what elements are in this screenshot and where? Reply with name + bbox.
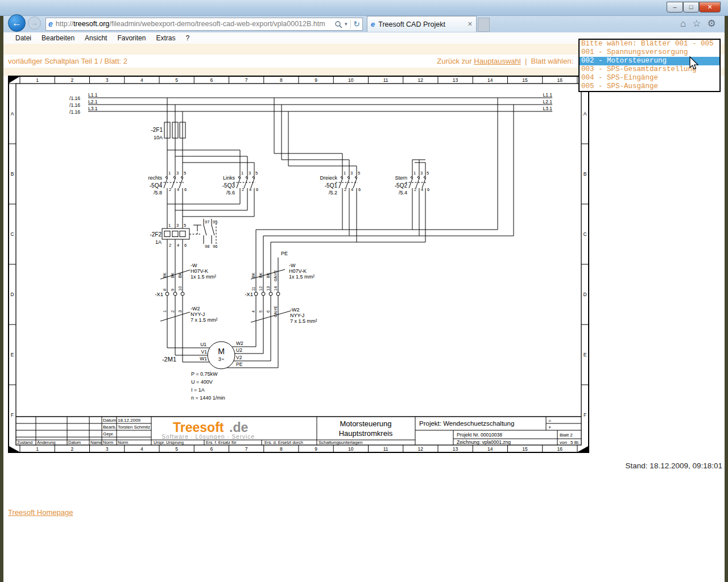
url-path: /fileadmin/webexport-demo/treesoft-cad-w… xyxy=(109,18,325,30)
ruler-column: 5 xyxy=(175,77,178,83)
contact-number: 1 xyxy=(168,171,171,176)
contact-number: 4 xyxy=(351,187,353,192)
phase-label: L2.1 xyxy=(543,99,552,105)
menu-item-ansicht[interactable]: Ansicht xyxy=(80,34,112,42)
tb-bottom-label: Norm xyxy=(103,440,113,445)
contact-number: 5 xyxy=(358,171,360,176)
f2-rating: 1A xyxy=(155,239,162,245)
motor-terminal: W2 xyxy=(236,340,243,346)
hauptauswahl-link[interactable]: Hauptauswahl xyxy=(474,57,520,65)
contact-number: 5 xyxy=(255,171,258,176)
ruler-column: 7 xyxy=(245,446,248,452)
menu-item-bearbeiten[interactable]: Bearbeiten xyxy=(36,34,80,42)
menu-item-datei[interactable]: Datei xyxy=(10,34,36,42)
home-icon[interactable]: ⌂ xyxy=(680,17,686,31)
tb-ers-f: Ers. f. Ersatz für xyxy=(206,440,237,445)
tab-treesoft-cad-projekt[interactable]: e Treesoft CAD Projekt ✕ xyxy=(367,16,477,32)
ruler-column: 6 xyxy=(210,446,213,452)
search-dropdown-icon[interactable]: ▼ xyxy=(344,18,348,30)
f1-rating: 10A xyxy=(154,135,163,140)
phase-label: L2.1 xyxy=(88,99,98,105)
tb-datum: 18.12.2009 xyxy=(118,418,141,423)
ruler-row: B xyxy=(11,171,14,177)
new-tab-button[interactable] xyxy=(478,18,490,32)
close-icon: ✕ xyxy=(707,3,712,10)
wire-size: 1x 1.5 mm² xyxy=(191,274,216,280)
phase-label: L3.1 xyxy=(543,106,552,111)
phase-label: L1.1 xyxy=(88,92,98,98)
ruler-column: 15 xyxy=(522,77,528,83)
ruler-column: 12 xyxy=(418,77,424,83)
ruler-column: 5 xyxy=(175,446,178,452)
core-number: 2 xyxy=(170,310,175,313)
back-button[interactable]: ← xyxy=(8,14,26,32)
motor-spec: n = 1440 1/min xyxy=(191,395,225,401)
contact-number: 1 xyxy=(413,171,416,176)
aux-contact-number: 98 xyxy=(205,244,209,249)
w2-type: NYY-J xyxy=(290,313,304,318)
tab-close-icon[interactable]: ✕ xyxy=(468,20,473,28)
back-arrow-icon: ← xyxy=(12,18,22,28)
ruler-column: 12 xyxy=(418,446,424,452)
contactor-name: Dreieck xyxy=(320,175,337,181)
mouse-cursor xyxy=(689,56,701,71)
sheet-option[interactable]: 005 - SPS-Ausgänge xyxy=(580,82,719,91)
header-nav: Zurück zur Hauptauswahl | Blatt wählen: xyxy=(318,55,573,68)
motor-terminal: W1 xyxy=(200,356,207,361)
wire-color: BK xyxy=(178,272,182,278)
core-number: 1 xyxy=(162,310,167,313)
contactor-ref: -5Q4 xyxy=(150,182,163,189)
tb-zeichnung: Zeichnung: vpla0001.zng xyxy=(457,439,511,445)
refresh-icon[interactable]: ↻ xyxy=(353,18,360,30)
ruler-column: 10 xyxy=(348,77,354,83)
ruler-column: 11 xyxy=(383,77,388,83)
ruler-column: 11 xyxy=(383,446,388,452)
contactor-page: /5.4 xyxy=(399,190,407,196)
menu-item-extras[interactable]: Extras xyxy=(151,34,180,42)
page-title: vorläufiger Schaltplan Teil 1 / Blatt: 2 xyxy=(8,55,372,68)
ruler-column: 1 xyxy=(36,446,39,452)
w2-ref: -W2 xyxy=(290,307,300,313)
treesoft-homepage-link[interactable]: Treesoft Homepage xyxy=(8,508,73,517)
tab-title: Treesoft CAD Projekt xyxy=(378,20,445,28)
sheet-option[interactable]: 004 - SPS-Eingänge xyxy=(580,74,719,82)
tb-bottom-label: Name xyxy=(90,440,102,445)
forward-button[interactable]: → xyxy=(28,16,41,30)
settings-gear-icon[interactable]: ⚙ xyxy=(708,17,716,31)
ruler-column: 6 xyxy=(210,77,213,83)
contactor-page: /5.6 xyxy=(226,190,235,196)
contact-number: 2 xyxy=(169,243,171,248)
tb-plus: + xyxy=(548,425,551,430)
wire-type: H07V-K xyxy=(289,268,307,274)
sheet-option[interactable]: Bitte wählen: Blätter 001 - 005 xyxy=(580,40,719,48)
ruler-column: 15 xyxy=(522,446,528,452)
ruler-column: 4 xyxy=(140,77,143,83)
search-icon[interactable] xyxy=(334,20,342,28)
sheet-option[interactable]: 001 - Spannungsversorgung xyxy=(580,48,719,57)
f2-ref: -2F2 xyxy=(150,231,162,238)
phase-label: L1.1 xyxy=(543,92,552,98)
contact-number: 1 xyxy=(344,171,346,176)
address-bar[interactable]: e http://treesoft.org/fileadmin/webexpor… xyxy=(46,18,363,31)
contact-number: 5 xyxy=(427,171,429,176)
minimize-button[interactable]: – xyxy=(667,2,683,13)
terminal-number: 11 xyxy=(251,286,256,291)
nav-separator: | xyxy=(525,57,527,65)
contactor-name: Links xyxy=(223,175,235,181)
url-host: treesoft.org xyxy=(73,18,109,30)
w2-ref: -W2 xyxy=(191,306,200,311)
divider xyxy=(350,20,351,29)
menu-item-?[interactable]: ? xyxy=(180,34,195,42)
aux-contact-number: 95 xyxy=(213,219,217,225)
close-button[interactable]: ✕ xyxy=(699,2,721,13)
core-number: 5 xyxy=(259,310,263,313)
favorites-star-icon[interactable]: ☆ xyxy=(692,17,701,31)
ruler-row: E xyxy=(11,352,14,357)
ruler-row: A xyxy=(11,111,14,117)
terminal-number: 13 xyxy=(266,286,271,291)
contactor-page: /5.2 xyxy=(329,190,337,196)
menu-item-favoriten[interactable]: Favoriten xyxy=(112,34,151,42)
ruler-row: E xyxy=(584,352,587,357)
maximize-button[interactable]: □ xyxy=(683,2,699,13)
tb-bearb-label: Bearb. xyxy=(103,425,117,430)
